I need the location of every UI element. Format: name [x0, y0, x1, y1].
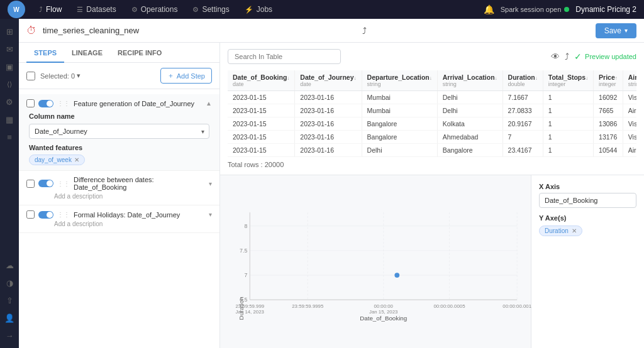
col-header-date-booking[interactable]: Date_of_Booking↓ date [228, 70, 295, 91]
top-nav: W ⤴ Flow ☰ Datasets ⚙ Operations ⚙ Setti… [0, 0, 644, 19]
sidebar-icon-grid[interactable]: ▣ [2, 59, 17, 74]
step-checkbox[interactable] [26, 99, 35, 107]
table-row: 2023-01-152023-01-16BangaloreAhmedabad71… [228, 131, 636, 144]
sidebar-icon-upload[interactable]: ⇧ [2, 293, 17, 308]
chevron-down-icon: ▾ [77, 72, 80, 80]
step-checkbox[interactable] [26, 180, 35, 188]
app-logo[interactable]: W [8, 1, 25, 18]
col-header-airline[interactable]: Airline-Name↓ string [623, 70, 636, 91]
eye-icon[interactable]: 👁 [551, 52, 560, 62]
operations-icon: ⚙ [131, 6, 138, 14]
nav-jobs[interactable]: ⚡ Jobs [238, 3, 279, 16]
total-rows: Total rows : 20000 [228, 161, 636, 168]
sidebar-icon-arrow[interactable]: → [2, 328, 17, 343]
steps-list: ⋮⋮ Feature generation of Date_of_Journey… [19, 89, 219, 348]
session-badge: Spark session open [501, 6, 570, 13]
svg-text:6.5: 6.5 [240, 296, 247, 303]
step-item: ⋮⋮ Formal Holidays: Date_of_Journey ▾ Ad… [19, 205, 219, 233]
svg-text:7: 7 [244, 272, 247, 278]
sidebar-icon-chart[interactable]: ▦ [2, 112, 17, 127]
tab-lineage[interactable]: LINEAGE [64, 43, 110, 63]
feature-tags: day_of_week ✕ [29, 155, 209, 165]
trend-icon[interactable]: ⤴ [362, 26, 367, 36]
step-title: Feature generation of Date_of_Journey [74, 100, 202, 107]
chart-area: Duration 6.5 7 7.5 8 [220, 175, 531, 348]
svg-text:23:59:59.999: 23:59:59.999 [235, 303, 264, 309]
tab-recipe-info[interactable]: RECIPE INFO [110, 43, 169, 63]
flow-icon: ⤴ [39, 6, 43, 13]
sidebar-icon-home[interactable]: ⊞ [2, 24, 17, 39]
svg-text:Jan 14, 2023: Jan 14, 2023 [236, 309, 265, 315]
col-header-dep-loc[interactable]: Departure_Location↓ string [362, 70, 437, 91]
column-select[interactable]: Date_of_Journey [29, 124, 209, 139]
jobs-icon: ⚡ [245, 6, 253, 14]
step-checkbox[interactable] [26, 210, 35, 219]
col-header-stops[interactable]: Total_Stops↓ integer [543, 70, 593, 91]
wanted-features-label: Wanted features [29, 144, 209, 151]
sidebar-icon-cloud[interactable]: ☁ [2, 258, 17, 273]
recipe-header: ⏱ time_series_cleaning_new ⤴ Save ▾ [19, 19, 644, 43]
column-name-label: Column name [29, 112, 209, 120]
step-header: ⋮⋮ Feature generation of Date_of_Journey… [26, 99, 212, 107]
step-header: ⋮⋮ Difference between dates: Date_of_Boo… [26, 176, 212, 191]
session-dot [564, 7, 569, 12]
right-panel: 👁 ⤴ ✓ Preview updated [220, 43, 644, 348]
sidebar-icon-user[interactable]: 👤 [2, 310, 17, 325]
x-axis-label: X Axis [539, 183, 636, 190]
nav-operations[interactable]: ⚙ Operations [125, 3, 184, 16]
sidebar-icon-code[interactable]: ⟨⟩ [2, 77, 17, 92]
table-row: 2023-01-152023-01-16MumbaiDelhi7.1667116… [228, 91, 636, 104]
svg-text:00:00:00: 00:00:00 [374, 303, 393, 309]
save-button[interactable]: Save ▾ [596, 23, 636, 38]
column-select-wrapper: Date_of_Journey [29, 124, 209, 139]
table-actions: 👁 ⤴ ✓ Preview updated [551, 52, 636, 62]
table-header-row: Date_of_Booking↓ date Date_of_Journey↓ d… [228, 70, 636, 91]
project-name[interactable]: Dynamic Pricing 2 [575, 5, 636, 14]
nav-flow[interactable]: ⤴ Flow [33, 3, 68, 16]
col-header-date-journey[interactable]: Date_of_Journey↓ date [295, 70, 362, 91]
sidebar-icon-circle[interactable]: ◑ [2, 275, 17, 290]
trend-chart-icon[interactable]: ⤴ [565, 52, 569, 62]
sidebar-icon-settings[interactable]: ⚙ [2, 94, 17, 109]
data-table: Date_of_Booking↓ date Date_of_Journey↓ d… [228, 70, 636, 157]
col-header-duration[interactable]: Duration↓ double [502, 70, 543, 91]
y-axis-label: Y Axe(s) [539, 214, 636, 222]
tab-steps[interactable]: STEPS [26, 43, 64, 63]
drag-icon[interactable]: ⋮⋮ [57, 180, 70, 187]
add-step-button[interactable]: ＋ Add Step [160, 68, 212, 84]
left-sidebar: ⊞ ✉ ▣ ⟨⟩ ⚙ ▦ ≡ ☁ ◑ ⇧ 👤 → [0, 19, 19, 348]
col-header-arr-loc[interactable]: Arrival_Location↓ string [437, 70, 502, 91]
svg-text:Jan 15, 2023: Jan 15, 2023 [369, 309, 398, 315]
sidebar-icon-config[interactable]: ≡ [2, 129, 17, 144]
table-row: 2023-01-152023-01-16MumbaiDelhi27.083317… [228, 104, 636, 117]
nav-settings[interactable]: ⚙ Settings [186, 3, 235, 16]
step-toggle[interactable] [38, 211, 53, 219]
x-axis-title: Date_of_Booking [360, 315, 407, 322]
feature-tag: day_of_week ✕ [29, 155, 85, 165]
col-header-price[interactable]: Price↑ integer [594, 70, 623, 91]
data-point[interactable] [394, 273, 399, 278]
svg-text:23:59:59.9995: 23:59:59.9995 [292, 303, 324, 309]
drag-icon[interactable]: ⋮⋮ [57, 211, 70, 218]
bell-icon[interactable]: 🔔 [484, 4, 494, 14]
search-input[interactable] [228, 49, 341, 64]
x-axis-input[interactable] [539, 193, 636, 208]
nav-datasets[interactable]: ☰ Datasets [70, 3, 122, 16]
content-area: ⏱ time_series_cleaning_new ⤴ Save ▾ STEP… [19, 19, 644, 348]
three-pane: STEPS LINEAGE RECIPE INFO Selected: 0 ▾ … [19, 43, 644, 348]
step-description: Add a description [54, 220, 212, 227]
sidebar-icon-mail[interactable]: ✉ [2, 41, 17, 57]
step-chevron-icon[interactable]: ▾ [209, 211, 212, 218]
step-toggle[interactable] [38, 100, 53, 107]
feature-tag-remove[interactable]: ✕ [74, 156, 79, 163]
table-toolbar: 👁 ⤴ ✓ Preview updated [228, 49, 636, 64]
drag-icon[interactable]: ⋮⋮ [57, 100, 70, 107]
recipe-title: time_series_cleaning_new [43, 26, 139, 35]
step-toggle[interactable] [38, 180, 53, 187]
y-tag-remove[interactable]: ✕ [572, 227, 577, 234]
step-chevron-icon[interactable]: ▾ [209, 180, 212, 187]
step-chevron-icon[interactable]: ▲ [206, 100, 212, 107]
select-all-checkbox[interactable] [26, 72, 35, 80]
table-scroll[interactable]: Date_of_Booking↓ date Date_of_Journey↓ d… [228, 70, 636, 157]
steps-panel: STEPS LINEAGE RECIPE INFO Selected: 0 ▾ … [19, 43, 220, 348]
